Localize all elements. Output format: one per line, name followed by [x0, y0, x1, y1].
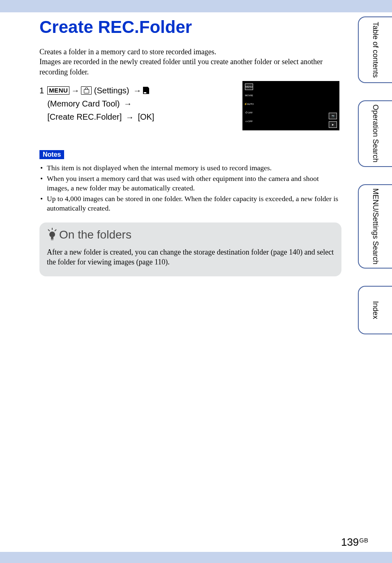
thumb-mode-icon: 📷 [329, 113, 337, 119]
svg-rect-4 [51, 237, 53, 239]
tip-body: After a new folder is created, you can c… [47, 247, 334, 267]
page-number: 139GB [341, 536, 368, 549]
side-tabs: Table of contents Operation Search MENU/… [358, 16, 392, 334]
top-header-band [0, 0, 392, 12]
thumb-movie-icon: MOVIE [245, 92, 253, 99]
note-item: This item is not displayed when the inte… [39, 163, 341, 173]
thumb-timer-icon: ⏱OFF [245, 109, 253, 116]
step-number: 1 [39, 84, 44, 97]
thumb-menu-icon: MENU [245, 83, 253, 90]
tab-index[interactable]: Index [358, 286, 392, 334]
page-number-value: 139 [341, 536, 359, 548]
tab-label: Operation Search [371, 104, 380, 162]
svg-point-3 [49, 232, 55, 237]
camera-screen-thumbnail: MENU MOVIE ⚡AUTO ⏱OFF ▭OFF 📷 ▶ [242, 81, 339, 130]
svg-line-2 [55, 229, 56, 231]
note-item: When you insert a memory card that was u… [39, 174, 341, 193]
lightbulb-icon [47, 228, 58, 240]
tab-label: MENU/Settings Search [371, 188, 380, 264]
arrow-icon: → [122, 97, 134, 110]
arrow-icon: → [131, 84, 143, 97]
step-area: 1 MENU→ (Settings) → (Memory Card Tool) … [39, 84, 341, 142]
tab-label: Table of contents [371, 22, 380, 78]
tab-menu-settings-search[interactable]: MENU/Settings Search [358, 184, 392, 269]
notes-heading: Notes [39, 150, 64, 159]
settings-label: (Settings) [92, 86, 131, 95]
tip-box: On the folders After a new folder is cre… [39, 222, 341, 276]
page-title: Create REC.Folder [39, 17, 341, 37]
tip-heading-text: On the folders [59, 228, 131, 241]
page-content: Create REC.Folder Creates a folder in a … [39, 17, 341, 276]
page-number-suffix: GB [359, 537, 368, 544]
tip-heading: On the folders [47, 228, 334, 241]
thumb-burst-icon: ▭OFF [245, 118, 253, 125]
bottom-footer-band [0, 552, 392, 563]
svg-line-1 [48, 229, 50, 231]
tab-table-of-contents[interactable]: Table of contents [358, 16, 392, 83]
thumb-left-icons: MENU MOVIE ⚡AUTO ⏱OFF ▭OFF [245, 83, 253, 125]
notes-list: This item is not displayed when the inte… [39, 163, 341, 213]
note-item: Up to 4,000 images can be stored in one … [39, 194, 341, 213]
create-folder-label: [Create REC.Folder] [47, 112, 124, 121]
thumb-right-icons: 📷 ▶ [329, 113, 337, 128]
arrow-icon: → [69, 84, 81, 97]
arrow-icon: → [124, 111, 136, 124]
thumb-play-icon: ▶ [329, 121, 337, 128]
step-body: MENU→ (Settings) → (Memory Card Tool) → … [47, 84, 203, 124]
ok-label: [OK] [136, 112, 154, 121]
tool-label: (Memory Card Tool) [47, 99, 122, 108]
thumb-flash-icon: ⚡AUTO [245, 101, 253, 107]
tab-operation-search[interactable]: Operation Search [358, 100, 392, 167]
memory-card-icon [143, 87, 149, 94]
settings-icon [81, 86, 92, 95]
intro-paragraph: Creates a folder in a memory card to sto… [39, 47, 341, 77]
tab-label: Index [371, 301, 380, 319]
menu-icon: MENU [47, 86, 69, 95]
